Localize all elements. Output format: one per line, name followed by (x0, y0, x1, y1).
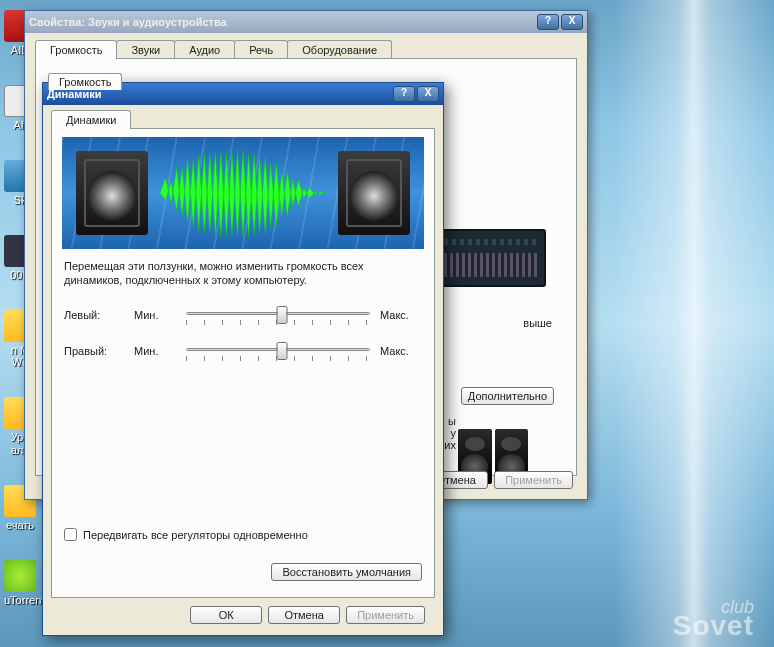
max-label: Макс. (380, 345, 422, 357)
ok-button[interactable]: ОК (190, 606, 262, 624)
max-label: Макс. (380, 309, 422, 321)
restore-defaults-button[interactable]: Восстановить умолчания (271, 563, 422, 581)
apply-button[interactable]: Применить (494, 471, 573, 489)
window-title: Свойства: Звуки и аудиоустройства (29, 16, 227, 28)
waveform-icon (160, 147, 326, 239)
speakers-visual (62, 137, 424, 249)
right-speaker-icon (338, 151, 410, 235)
help-button[interactable]: ? (393, 86, 415, 102)
watermark: club Sovet (673, 600, 754, 637)
tab-audio[interactable]: Аудио (174, 40, 235, 59)
left-slider-row: Левый: Мин. Макс. (64, 302, 422, 328)
watermark-line2: Sovet (673, 615, 754, 637)
tabs: Громкость Звуки Аудио Речь Оборудование (35, 40, 577, 59)
right-volume-slider[interactable] (186, 338, 370, 364)
description-text: Перемещая эти ползунки, можно изменить г… (64, 259, 422, 288)
min-label: Мин. (134, 345, 176, 357)
tab-speakers[interactable]: Динамики (51, 110, 131, 129)
min-label: Мин. (134, 309, 176, 321)
speakers-panel: Перемещая эти ползунки, можно изменить г… (51, 128, 435, 598)
light-stripe (614, 0, 774, 647)
cancel-button[interactable]: Отмена (268, 606, 340, 624)
tab-speech[interactable]: Речь (234, 40, 288, 59)
titlebar[interactable]: Свойства: Звуки и аудиоустройства ? X (25, 11, 587, 33)
close-button[interactable]: X (561, 14, 583, 30)
help-button[interactable]: ? (537, 14, 559, 30)
tab-hardware[interactable]: Оборудование (287, 40, 392, 59)
move-all-checkbox[interactable]: Передвигать все регуляторы одновременно (64, 528, 308, 541)
left-label: Левый: (64, 309, 124, 321)
right-label: Правый: (64, 345, 124, 357)
checkbox-input[interactable] (64, 528, 77, 541)
left-speaker-icon (76, 151, 148, 235)
desktop-background: club Sovet AID Alt Sk 00P n M We Уро ала… (0, 0, 774, 647)
mixer-device-image (436, 229, 546, 287)
utorrent-icon (4, 560, 36, 592)
checkbox-label: Передвигать все регуляторы одновременно (83, 529, 308, 541)
svg-marker-0 (160, 151, 326, 237)
slider-thumb[interactable] (276, 306, 287, 324)
advanced-button[interactable]: Дополнительно (461, 387, 554, 405)
partial-text: выше (523, 317, 552, 329)
speakers-dialog: Динамики ? X Динамики (42, 82, 444, 636)
slider-thumb[interactable] (276, 342, 287, 360)
close-button[interactable]: X (417, 86, 439, 102)
subtab-volume[interactable]: Громкость (48, 73, 122, 90)
tab-volume[interactable]: Громкость (35, 40, 117, 59)
left-volume-slider[interactable] (186, 302, 370, 328)
desktop-icon[interactable]: uTorrent (4, 560, 36, 607)
right-slider-row: Правый: Мин. Макс. (64, 338, 422, 364)
tab-sounds[interactable]: Звуки (116, 40, 175, 59)
apply-button[interactable]: Применить (346, 606, 425, 624)
